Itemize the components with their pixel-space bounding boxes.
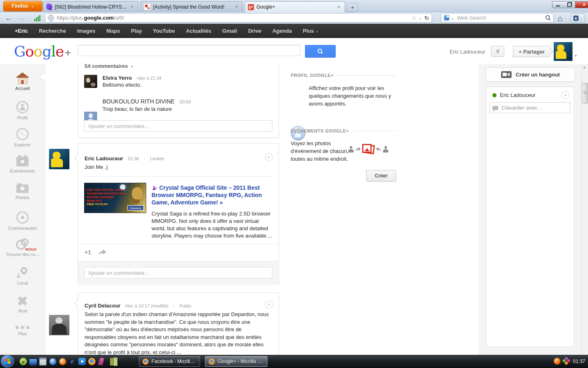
quicklaunch-utorrent-icon[interactable]: µ bbox=[19, 357, 28, 366]
sidebar-item-jeux[interactable]: Jeux bbox=[0, 296, 45, 313]
gbar-item-gmail[interactable]: Gmail bbox=[222, 28, 237, 34]
gbar-item-play[interactable]: Play bbox=[131, 28, 142, 34]
plus-one-button[interactable]: +1 bbox=[85, 249, 91, 256]
post-author-avatar[interactable] bbox=[49, 149, 69, 169]
quicklaunch-messenger-icon[interactable] bbox=[48, 357, 57, 366]
quicklaunch-calculator-icon[interactable] bbox=[38, 357, 47, 366]
comment-author[interactable]: BOUKOULOU RITH DIVINE bbox=[102, 98, 175, 105]
chat-with-input[interactable] bbox=[501, 104, 568, 111]
firefox-menu-button[interactable]: Firefox bbox=[3, 1, 42, 11]
add-comment-input[interactable] bbox=[84, 120, 272, 132]
gplus-search-button[interactable] bbox=[305, 45, 336, 58]
forward-button[interactable] bbox=[16, 13, 25, 22]
chat-user-name[interactable]: Eric Ladouceur bbox=[500, 92, 535, 98]
url-text[interactable]: https://plus.google.com/u/0/ bbox=[57, 15, 409, 21]
new-badge: NOUV bbox=[25, 247, 37, 251]
create-hangout-button[interactable]: Créer un hangout bbox=[486, 67, 575, 82]
games-icon bbox=[17, 296, 28, 306]
tab-close-icon[interactable] bbox=[336, 4, 342, 10]
post-author[interactable]: Cyril Delacour bbox=[85, 303, 120, 309]
quicklaunch-internet-explorer-icon[interactable]: e bbox=[68, 357, 77, 366]
taskbar-clock[interactable]: 01:37 bbox=[571, 355, 587, 368]
bookmarks-button[interactable] bbox=[570, 13, 585, 23]
add-comment-input[interactable] bbox=[84, 267, 272, 278]
search-icon[interactable] bbox=[546, 15, 551, 20]
bookmark-star-icon[interactable] bbox=[411, 14, 416, 22]
post-menu-chevron-icon[interactable] bbox=[265, 153, 273, 161]
quicklaunch-folders-icon[interactable] bbox=[107, 357, 116, 366]
quicklaunch-media-player-icon[interactable] bbox=[78, 357, 87, 366]
scrollbar-up-arrow[interactable] bbox=[583, 65, 586, 69]
home-button[interactable] bbox=[558, 14, 563, 23]
sidebar-item-photos[interactable]: Photos bbox=[0, 184, 45, 200]
gbar-item-drive[interactable]: Drive bbox=[248, 28, 261, 34]
sidebar-item-profil[interactable]: Profil bbox=[0, 101, 45, 120]
quicklaunch-firefox-icon[interactable] bbox=[87, 357, 96, 366]
sidebar-item-plus[interactable]: Plus bbox=[0, 326, 45, 336]
sidebar-item-local[interactable]: Local bbox=[0, 267, 45, 285]
tab-activity[interactable]: [Activity] Spread the Good Word! bbox=[140, 1, 243, 12]
share-arrow-icon[interactable] bbox=[98, 249, 107, 256]
web-search-input[interactable] bbox=[456, 14, 543, 21]
quicklaunch-media-center-icon[interactable] bbox=[58, 357, 67, 366]
chat-menu-chevron-icon[interactable] bbox=[561, 91, 569, 99]
quicklaunch-display-icon[interactable] bbox=[29, 357, 38, 366]
site-identity-globe-icon[interactable] bbox=[48, 15, 54, 21]
header-user-name[interactable]: Eric Ladouceur bbox=[450, 49, 485, 55]
sidebar-item-explorer[interactable]: Explorer bbox=[0, 128, 45, 147]
sidebar-item-trouver-contacts[interactable]: NOUV Trouver des co... bbox=[0, 238, 45, 257]
url-bar[interactable]: https://plus.google.com/u/0/ bbox=[45, 13, 432, 22]
back-button[interactable] bbox=[4, 13, 13, 22]
post-author-avatar[interactable] bbox=[49, 315, 69, 335]
tab-close-icon[interactable] bbox=[129, 4, 135, 10]
reload-icon[interactable] bbox=[424, 14, 429, 22]
gplus-search-input[interactable] bbox=[78, 45, 301, 56]
link-thumbnail[interactable]: LIKE OUR CRYSTAL SAGA FACEBOOK FAN PAGE … bbox=[84, 183, 146, 213]
window-close-button[interactable] bbox=[575, 1, 588, 8]
search-engine-dropdown-icon[interactable] bbox=[451, 14, 454, 22]
taskbar-window-facebook[interactable]: Facebook - Mozilla ... bbox=[139, 356, 200, 367]
url-dropdown-icon[interactable] bbox=[419, 14, 422, 22]
start-button[interactable] bbox=[1, 355, 14, 368]
tab-googleplus[interactable]: Google+ bbox=[245, 1, 345, 12]
gbar-item-images[interactable]: Images bbox=[77, 28, 96, 34]
gbar-item-youtube[interactable]: YouTube bbox=[153, 28, 175, 34]
create-event-button[interactable]: Créer bbox=[366, 170, 396, 182]
section-title: ÉVÉNEMENTS GOOGLE+ bbox=[291, 128, 349, 133]
gbar-item-plus-eric[interactable]: +Eric bbox=[15, 28, 28, 34]
sidebar-item-communautes[interactable]: Communautés bbox=[0, 211, 45, 231]
post-visibility[interactable]: Public bbox=[179, 303, 192, 308]
share-button[interactable]: + Partager bbox=[513, 46, 550, 57]
account-chevron-down-icon[interactable] bbox=[574, 51, 577, 58]
sidebar-item-evenements[interactable]: Événements bbox=[0, 157, 45, 173]
gbar-item-maps[interactable]: Maps bbox=[106, 28, 120, 34]
comments-count[interactable]: 54 commentaires bbox=[85, 64, 134, 69]
window-minimize-button[interactable] bbox=[552, 1, 564, 8]
tab-close-icon[interactable] bbox=[234, 4, 239, 10]
post-visibility[interactable]: Limitée bbox=[150, 156, 164, 161]
post-author[interactable]: Eric Ladouceur bbox=[85, 155, 123, 162]
post-menu-chevron-icon[interactable] bbox=[265, 301, 273, 308]
page-scrollbar[interactable] bbox=[581, 64, 588, 355]
web-search-box[interactable] bbox=[441, 13, 554, 22]
new-tab-button[interactable] bbox=[347, 3, 358, 12]
avatar[interactable] bbox=[84, 75, 97, 88]
gbar-item-agenda[interactable]: Agenda bbox=[272, 28, 292, 34]
window-restore-button[interactable] bbox=[564, 1, 575, 8]
taskbar-window-googleplus[interactable]: Google+ - Mozilla Fi... bbox=[205, 356, 267, 367]
tab-crystal-saga[interactable]: [S62] Bloodshed Hollow-CRYSTAL SA... bbox=[43, 1, 138, 12]
header-avatar[interactable] bbox=[554, 42, 572, 61]
tray-app-orange-icon[interactable] bbox=[554, 358, 561, 365]
gbar-item-actualites[interactable]: Actualités bbox=[186, 28, 211, 34]
quicklaunch-paint-icon[interactable] bbox=[97, 357, 106, 366]
scrollbar-thumb[interactable] bbox=[582, 83, 588, 103]
link-title[interactable]: Crystal Saga Official Site – 2011 Best B… bbox=[151, 184, 262, 206]
addon-signal-icon[interactable] bbox=[34, 15, 42, 21]
notifications-badge[interactable]: 0 bbox=[491, 46, 504, 57]
sidebar-item-accueil[interactable]: Accueil bbox=[0, 72, 45, 91]
gbar-item-recherche[interactable]: Recherche bbox=[39, 28, 66, 34]
comment-author[interactable]: Elvira Yerro bbox=[102, 75, 132, 81]
googleplus-logo[interactable]: Google+ bbox=[14, 43, 71, 60]
gbar-item-plus-menu[interactable]: Plus bbox=[303, 28, 318, 34]
search-engine-icon[interactable] bbox=[444, 15, 449, 20]
